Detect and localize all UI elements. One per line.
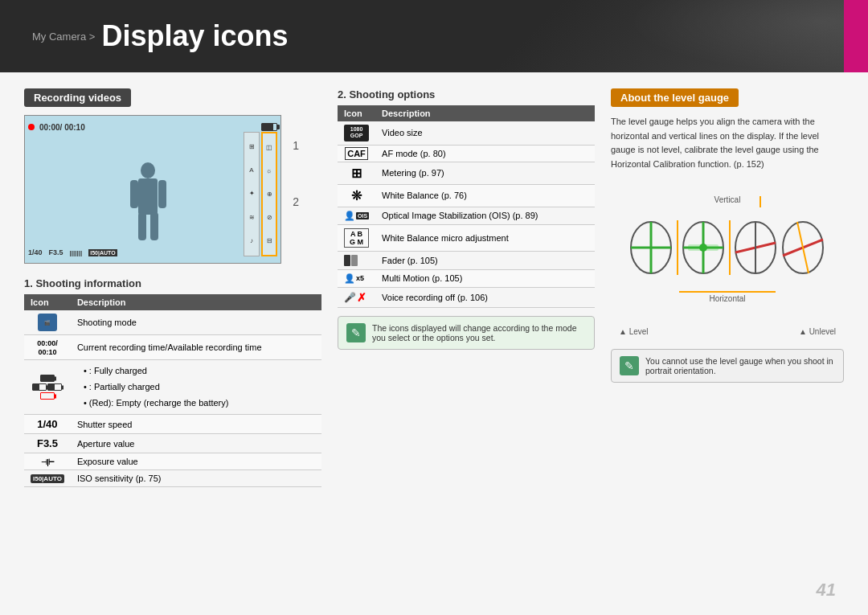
number-label-1: 1: [293, 139, 299, 152]
table-row: A BG M White Balance micro adjustment: [338, 224, 595, 251]
desc-af: AF mode (p. 80): [375, 145, 595, 162]
panel-icon-7: ☼: [266, 168, 272, 174]
vertical-label: Vertical: [611, 195, 844, 204]
orange-h-line: [729, 220, 731, 275]
panel-icon-9: ⊘: [267, 215, 272, 221]
battery-half-group: [32, 383, 62, 391]
metering-icon: ⊞: [351, 166, 362, 180]
camera-top-bar: 00:00/ 00:10: [28, 119, 277, 135]
table-row: ⊣|⊢ Exposure value: [24, 453, 321, 470]
lens-1-svg: [629, 220, 674, 275]
camera-preview: 00:00/ 00:10: [24, 115, 281, 264]
horizontal-line-container: [611, 281, 844, 293]
table-row: ❊ White Balance (p. 76): [338, 184, 595, 207]
header-decoration: [627, 0, 868, 72]
icon-cell-shutter: 1/40: [24, 415, 71, 434]
level-diagram-container: Vertical: [611, 195, 844, 303]
icon-cell-exposure: ⊣|⊢: [24, 453, 71, 470]
desc-voice: Voice recording off (p. 106): [375, 287, 595, 307]
recording-videos-header: Recording videos: [24, 88, 131, 107]
col-icon-opt: Icon: [338, 105, 375, 121]
battery-icons-group: [31, 375, 64, 400]
vertical-line-top: [760, 196, 761, 207]
panel-icon-4: ≋: [249, 215, 255, 221]
icon-cell-time: 00:00/ 00:10: [24, 335, 71, 360]
shooting-info-header-row: Icon Description: [24, 294, 321, 310]
af-icon: CAF: [345, 147, 368, 160]
panel-icon-8: ⊕: [267, 191, 272, 198]
rec-time: 00:00/ 00:10: [39, 123, 85, 132]
camera-preview-wrap: 00:00/ 00:10: [24, 115, 281, 275]
svg-line-19: [797, 222, 809, 273]
table-row: 👤 OIS Optical Image Stabilization (OIS) …: [338, 207, 595, 224]
multi-motion-icon: 👤 x5: [344, 273, 369, 284]
warning-text: You cannot use the level gauge when you …: [645, 356, 835, 375]
shooting-options-hint: ✎ The icons displayed will change accord…: [338, 316, 595, 350]
svg-rect-3: [158, 180, 166, 208]
fader-icon: [344, 255, 369, 266]
desc-multi-motion: Multi Motion (p. 105): [375, 269, 595, 287]
battery-icon-preview: [261, 123, 277, 131]
right-panel-1: ⊞ A ✦ ≋ ♪: [244, 132, 260, 256]
horizontal-line-bottom: [679, 291, 776, 293]
orange-v-line: [677, 220, 678, 275]
col-desc-opt: Description: [375, 105, 595, 121]
panel-icon-2: A: [249, 167, 253, 174]
desc-iso: ISO sensitivity (p. 75): [71, 470, 321, 487]
battery-full-icon: [40, 375, 55, 382]
svg-rect-1: [138, 178, 158, 215]
desc-ois: Optical Image Stabilization (OIS) (p. 89…: [375, 207, 595, 224]
desc-fader: Fader (p. 105): [375, 251, 595, 269]
table-row: 🎤 ✗ Voice recording off (p. 106): [338, 287, 595, 307]
battery-item-empty: (Red): Empty (recharge the battery): [77, 396, 315, 412]
icon-cell-aperture: F3.5: [24, 434, 71, 453]
page-title: Display icons: [101, 19, 288, 53]
shooting-info-thead: Icon Description: [24, 294, 321, 310]
warning-hint-icon: ✎: [620, 356, 639, 375]
table-row: ⊞ Metering (p. 97): [338, 162, 595, 184]
icon-cell-battery: [24, 360, 71, 415]
level-labels: ▲ Level ▲ Unlevel: [611, 327, 844, 336]
panel-icon-5: ♪: [250, 238, 253, 244]
camera-bottom-bar: 1/40 F3.5 ||||||| I50|AUTO: [28, 245, 277, 260]
lens-4-svg: [781, 220, 825, 275]
icon-cell-ois: 👤 OIS: [338, 207, 375, 224]
hint-text: The icons displayed will change accordin…: [372, 323, 586, 342]
unlevel-label: ▲ Unlevel: [799, 327, 836, 336]
icon-cell-af: CAF: [338, 145, 375, 162]
page-number: 41: [817, 580, 836, 601]
table-row: 🎬 Shooting mode: [24, 310, 321, 335]
shooting-info-title: 1. Shooting information: [24, 277, 321, 289]
icon-cell-shoot-mode: 🎬: [24, 310, 71, 335]
right-panel-2: ◫ ☼ ⊕ ⊘ ⊟: [261, 132, 277, 256]
exposure-display: |||||||: [70, 249, 83, 256]
time-icon: 00:00/ 00:10: [37, 339, 58, 356]
shoot-mode-icon: 🎬: [38, 314, 57, 331]
header: My Camera > Display icons: [0, 0, 868, 72]
shooting-info-table: Icon Description 🎬 Shooting mode: [24, 294, 321, 487]
horizontal-label: Horizontal: [611, 294, 844, 303]
iso-display: I50|AUTO: [88, 248, 117, 256]
number-label-2: 2: [293, 195, 299, 208]
level-diagram: [611, 220, 844, 275]
hint-icon: ✎: [346, 323, 366, 342]
table-row: Fader (p. 105): [338, 251, 595, 269]
svg-rect-2: [130, 180, 138, 208]
svg-point-0: [141, 162, 155, 178]
battery-half-left: [32, 383, 47, 391]
wb-micro-icon: A BG M: [344, 228, 369, 248]
shutter-icon: 1/40: [37, 418, 57, 430]
battery-item-full: : Fully charged: [77, 363, 315, 379]
table-row: 👤 x5 Multi Motion (p. 105): [338, 269, 595, 287]
panel-icon-1: ⊞: [249, 144, 255, 150]
level-label: ▲ Level: [619, 327, 649, 336]
icon-cell-fader: [338, 251, 375, 269]
rec-dot: [28, 124, 35, 130]
left-column: Recording videos 00:00/ 00:10: [24, 88, 321, 599]
icon-cell-metering: ⊞: [338, 162, 375, 184]
breadcrumb: My Camera >: [32, 31, 95, 43]
battery-half-right: [47, 383, 62, 391]
shooting-options-title: 2. Shooting options: [338, 88, 595, 100]
battery-list: : Fully charged : Partially charged (Red…: [77, 363, 315, 411]
table-row: CAF AF mode (p. 80): [338, 145, 595, 162]
